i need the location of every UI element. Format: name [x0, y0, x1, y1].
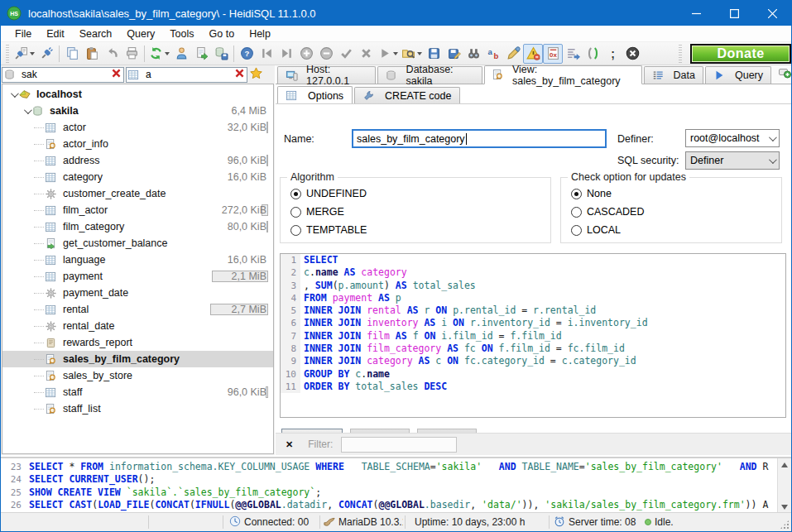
tree-item-film_actor[interactable]: film_actor272,0 KiB [2, 202, 273, 218]
scroll-down-icon[interactable] [781, 505, 788, 510]
find-icon[interactable] [463, 44, 483, 64]
maximize-button[interactable] [715, 1, 753, 26]
copy-icon[interactable] [62, 44, 82, 64]
table-filter-input[interactable] [146, 69, 234, 80]
donate-button[interactable]: Donate [690, 44, 791, 64]
tree-item-sakila[interactable]: sakila6,4 MiB [2, 103, 273, 119]
radio-temptable[interactable]: TEMPTABLE [290, 224, 367, 236]
radio-local[interactable]: LOCAL [571, 224, 621, 236]
stop-icon[interactable] [622, 44, 642, 64]
radio-undefined[interactable]: UNDEFINED [290, 188, 367, 199]
warnings-icon[interactable] [523, 44, 543, 64]
undo-icon[interactable] [102, 44, 122, 64]
favorites-star-icon[interactable] [250, 67, 262, 82]
delimiter-icon[interactable]: ; [602, 44, 622, 64]
indent-icon[interactable] [563, 44, 583, 64]
tab-database[interactable]: Database: sakila [377, 66, 482, 84]
tree-item-actor_info[interactable]: actor_info [2, 136, 273, 152]
clear-table-filter-icon[interactable] [234, 68, 245, 81]
first-icon[interactable] [257, 44, 276, 64]
apply-icon[interactable] [336, 44, 356, 64]
tree-item-actor[interactable]: actor32,0 KiB [2, 119, 273, 136]
last-icon[interactable] [276, 44, 296, 64]
radio-merge[interactable]: MERGE [290, 206, 344, 218]
file-search-icon[interactable] [400, 44, 424, 64]
tree-item-rental[interactable]: rental2,7 MiB [2, 301, 273, 318]
help-icon[interactable]: ? [237, 44, 257, 64]
print-icon[interactable] [122, 44, 142, 64]
title-bar[interactable]: HS localhost\sakila\sales_by_film_catego… [1, 1, 791, 26]
tab-options[interactable]: Options [277, 86, 353, 104]
toolbar-grip[interactable] [6, 45, 9, 63]
tree-item-get_customer_balance[interactable]: get_customer_balance [2, 235, 273, 252]
sql-security-select[interactable]: Definer [685, 151, 780, 170]
radio-cascaded[interactable]: CASCADED [571, 206, 644, 218]
tree-item-address[interactable]: address96,0 KiB [2, 152, 273, 169]
log-scrollbar[interactable] [777, 458, 791, 514]
tree-item-payment_date[interactable]: payment_date [2, 285, 273, 301]
tab-query[interactable]: Query [705, 66, 771, 84]
remove-icon[interactable] [316, 44, 336, 64]
tree-item-rewards_report[interactable]: rewards_report [2, 334, 273, 351]
user-manager-icon[interactable] [171, 44, 191, 64]
reformat-icon[interactable] [583, 44, 602, 64]
definer-select[interactable]: root@localhost [685, 129, 780, 147]
filter-input[interactable] [341, 437, 457, 453]
dropdown-caret-icon[interactable] [165, 52, 170, 55]
database-filter-input[interactable] [22, 69, 111, 80]
scroll-up-icon[interactable] [781, 463, 788, 467]
tree-item-staff[interactable]: staff96,0 KiB [2, 384, 273, 400]
sql-log[interactable]: 23SELECT * FROM information_schema.KEY_C… [1, 461, 777, 511]
close-button[interactable] [753, 1, 791, 26]
view-sql-editor[interactable]: 1SELECT2c.name AS category3, SUM(p.amoun… [280, 253, 786, 418]
add-icon[interactable] [296, 44, 316, 64]
hex-icon[interactable]: 0x [543, 44, 563, 64]
menu-help[interactable]: Help [242, 26, 278, 41]
tree-item-sales_by_store[interactable]: sales_by_store [2, 367, 273, 384]
tab-create-code[interactable]: CREATE code [354, 87, 460, 103]
run-icon[interactable] [376, 44, 400, 64]
tree-item-language[interactable]: language16,0 KiB [2, 252, 273, 268]
menu-query[interactable]: Query [119, 26, 162, 41]
menu-file[interactable]: File [7, 26, 39, 41]
session-manager-icon[interactable] [12, 44, 36, 64]
tree-item-film_category[interactable]: film_category80,0 KiB [2, 218, 273, 235]
tree-item-category[interactable]: category16,0 KiB [2, 169, 273, 185]
expand-chevron-icon[interactable] [7, 92, 19, 98]
resize-grip[interactable] [780, 520, 790, 530]
discard-icon[interactable] [356, 44, 376, 64]
close-filter-icon[interactable]: ✕ [286, 439, 293, 450]
menu-goto[interactable]: Go to [202, 26, 242, 41]
export-icon[interactable] [191, 44, 211, 64]
format-brush-icon[interactable] [503, 44, 523, 64]
new-query-tab-icon[interactable] [778, 65, 791, 81]
clear-database-filter-icon[interactable] [111, 68, 122, 81]
save-icon[interactable] [424, 44, 444, 64]
connect-icon[interactable] [36, 44, 56, 64]
tab-data[interactable]: Data [644, 66, 703, 84]
tree-item-payment[interactable]: payment2,1 MiB [2, 268, 273, 285]
minimize-button[interactable] [677, 1, 715, 26]
tree-item-customer_create_date[interactable]: customer_create_date [2, 185, 273, 202]
dropdown-caret-icon[interactable] [393, 52, 398, 55]
dropdown-caret-icon[interactable] [417, 52, 422, 55]
tab-host[interactable]: Host: 127.0.0.1 [277, 66, 376, 84]
expand-chevron-icon[interactable] [21, 108, 32, 114]
name-input[interactable]: sales_by_film_category [352, 129, 607, 148]
menu-search[interactable]: Search [72, 26, 120, 41]
tab-view[interactable]: View: sales_by_film_category [484, 65, 642, 84]
replace-ab-icon[interactable]: ab [483, 44, 503, 64]
menu-tools[interactable]: Tools [162, 26, 201, 41]
dropdown-caret-icon[interactable] [30, 52, 35, 55]
tree-item-staff_list[interactable]: staff_list [2, 400, 273, 417]
tree-item-rental_date[interactable]: rental_date [2, 318, 273, 334]
refresh-icon[interactable] [147, 44, 171, 64]
save-as-icon[interactable] [444, 44, 463, 64]
tree-item-localhost[interactable]: localhost [2, 86, 273, 103]
menu-edit[interactable]: Edit [39, 26, 72, 41]
paste-icon[interactable] [82, 44, 102, 64]
donate-grip[interactable] [679, 45, 682, 63]
radio-none[interactable]: None [571, 188, 612, 199]
save-db-icon[interactable] [211, 44, 231, 64]
tree-item-sales_by_film_category[interactable]: sales_by_film_category [2, 351, 273, 367]
